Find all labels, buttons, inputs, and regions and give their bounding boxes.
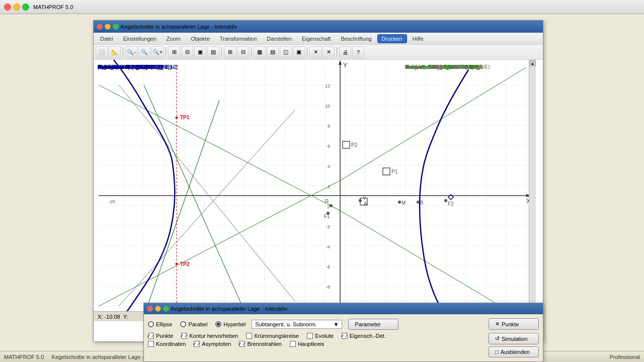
cb-evolute[interactable]: Evolute xyxy=(307,333,334,339)
graph-svg: X Y 12 10 8 6 4 2 0 -2 -4 -6 -8 -12 -20 xyxy=(94,60,536,321)
tool-coords[interactable]: 📐 xyxy=(109,46,121,58)
tool-b3[interactable]: ▣ xyxy=(194,46,206,58)
radio-parabel[interactable]: Parabel xyxy=(180,321,207,327)
svg-text:-8: -8 xyxy=(326,285,330,290)
tool-select[interactable]: ⬜ xyxy=(96,46,108,58)
cb-eigensch-label: Eigensch.-Det. xyxy=(350,333,386,339)
side-btn-panel: ↺ Simulation □ Ausblenden xyxy=(489,333,539,357)
app-title-bar: MATHPROF 5.0 xyxy=(0,0,644,14)
dropdown-label: Subtangent. u. Subnorm. xyxy=(255,321,316,327)
tool-b9[interactable]: ◫ xyxy=(280,46,292,58)
svg-text:F1: F1 xyxy=(324,214,330,219)
svg-text:12: 12 xyxy=(325,83,330,88)
svg-text:-20: -20 xyxy=(109,199,115,204)
tool-b6[interactable]: ⊟ xyxy=(237,46,249,58)
cb-koordinaten[interactable]: Koordinaten xyxy=(148,341,186,347)
cb-kontur[interactable]: ✓ Kontur hervorheben xyxy=(181,333,238,339)
tool-zoom-reset[interactable]: 🔍+ xyxy=(151,46,164,58)
min-btn[interactable] xyxy=(13,4,20,11)
menu-zoom[interactable]: Zoom xyxy=(162,34,185,43)
punkte-button[interactable]: ✕ Punkte xyxy=(489,318,539,330)
cb-asymptoten[interactable]: ✓ Asymptoten xyxy=(194,341,231,347)
cb-punkte-box: ✓ xyxy=(148,333,154,339)
canvas-area[interactable]: X Y 12 10 8 6 4 2 0 -2 -4 -6 -8 -12 -20 xyxy=(94,60,536,321)
cb-brennstrahlen[interactable]: ✓ Brennstrahlen xyxy=(239,341,282,347)
menu-eigenschaft[interactable]: Eigenschaft xyxy=(297,34,335,43)
radio-hyperbel-circle xyxy=(215,321,221,327)
coord-x-label: X: -10.08 xyxy=(98,314,120,320)
scroll-up-btn[interactable]: ▲ xyxy=(530,60,536,66)
tool-zoom-out[interactable]: 🔍- xyxy=(125,46,137,58)
svg-rect-0 xyxy=(94,60,536,321)
cb-koordinaten-label: Koordinaten xyxy=(156,341,186,347)
sep5 xyxy=(307,47,307,57)
bottom-dialog: Kegelschnitte in achsparalleler Lage - I… xyxy=(143,303,543,362)
main-window: Kegelschnitte in achsparalleler Lage - I… xyxy=(93,20,543,342)
main-min-btn[interactable] xyxy=(105,24,111,30)
cb-kruemmung-box xyxy=(246,333,252,339)
cb-kontur-label: Kontur hervorheben xyxy=(189,333,238,339)
close-btn[interactable] xyxy=(4,4,11,11)
scrollbar-right[interactable]: ▲ ▼ xyxy=(529,60,536,321)
cb-kruemmung[interactable]: Krümmungskreise xyxy=(246,333,299,339)
menu-hilfe[interactable]: Hilfe xyxy=(408,34,428,43)
cb-koordinaten-box xyxy=(148,341,154,347)
tool-b5[interactable]: ⊞ xyxy=(224,46,236,58)
menu-datei[interactable]: Datei xyxy=(96,34,118,43)
tool-close2[interactable]: ✕ xyxy=(323,46,335,58)
main-max-btn[interactable] xyxy=(113,24,119,30)
menu-drucken[interactable]: Drucken xyxy=(377,34,407,43)
tool-print[interactable]: 🖨 xyxy=(339,46,351,58)
svg-point-70 xyxy=(330,204,333,207)
tool-close1[interactable]: ✕ xyxy=(309,46,321,58)
tool-b1[interactable]: ⊞ xyxy=(168,46,180,58)
dialog-min-btn[interactable] xyxy=(155,306,161,312)
tool-b7[interactable]: ▦ xyxy=(254,46,266,58)
cb-eigensch-box: ✓ xyxy=(342,333,348,339)
tool-b2[interactable]: ⊟ xyxy=(181,46,193,58)
radio-ellipse-circle xyxy=(148,321,154,327)
cb-kontur-box: ✓ xyxy=(181,333,187,339)
tool-b10[interactable]: ▣ xyxy=(293,46,305,58)
menu-darstellen[interactable]: Darstellen xyxy=(262,34,296,43)
ausblenden-button[interactable]: □ Ausblenden xyxy=(489,346,539,357)
menu-transformation[interactable]: Transformation xyxy=(215,34,262,43)
coord-y-label: Y: xyxy=(123,314,128,320)
ausblenden-label: Ausblenden xyxy=(501,349,530,355)
svg-text:-6: -6 xyxy=(326,264,330,269)
tool-b8[interactable]: ▤ xyxy=(267,46,279,58)
cb-punkte[interactable]: ✓ Punkte xyxy=(148,333,173,339)
svg-text:10: 10 xyxy=(325,104,330,109)
status-right: Professional xyxy=(609,354,640,360)
tool-zoom-in[interactable]: 🔍 xyxy=(138,46,150,58)
checkbox-row-2: Koordinaten ✓ Asymptoten ✓ Brennstrahlen… xyxy=(148,341,482,347)
parameter-button[interactable]: Parameter xyxy=(348,319,398,330)
chevron-down-icon: ▼ xyxy=(333,321,339,327)
menu-einstellungen[interactable]: Einstellungen xyxy=(119,34,161,43)
menu-objekte[interactable]: Objekte xyxy=(186,34,214,43)
cb-hauptkreis[interactable]: Hauptkreis xyxy=(290,341,325,347)
menu-bar: Datei Einstellungen Zoom Objekte Transfo… xyxy=(94,33,543,45)
max-btn[interactable] xyxy=(22,4,29,11)
dialog-max-btn[interactable] xyxy=(163,306,169,312)
status-app: MATHPROF 5.0 xyxy=(4,354,44,360)
main-title-text: Kegelschnitte in achsparalleler Lage - I… xyxy=(121,24,237,30)
radio-ellipse-label: Ellipse xyxy=(156,321,172,327)
main-title-bar: Kegelschnitte in achsparalleler Lage - I… xyxy=(94,21,543,33)
simulation-label: Simulation xyxy=(502,336,527,342)
radio-hyperbel[interactable]: Hyperbel xyxy=(215,321,246,327)
mode-dropdown[interactable]: Subtangent. u. Subnorm. ▼ xyxy=(252,320,342,329)
cb-punkte-label: Punkte xyxy=(156,333,173,339)
dialog-close-btn[interactable] xyxy=(147,306,153,312)
main-close-btn[interactable] xyxy=(97,24,103,30)
checkbox-row-1: ✓ Punkte ✓ Kontur hervorheben Krümmungsk… xyxy=(148,333,482,339)
svg-text:TP1: TP1 xyxy=(180,115,190,120)
menu-beschriftung[interactable]: Beschriftung xyxy=(336,34,376,43)
simulation-button[interactable]: ↺ Simulation xyxy=(489,333,539,344)
cb-eigensch[interactable]: ✓ Eigensch.-Det. xyxy=(342,333,386,339)
tool-help[interactable]: ? xyxy=(352,46,364,58)
sep3 xyxy=(221,47,222,57)
radio-ellipse[interactable]: Ellipse xyxy=(148,321,172,327)
tool-b4[interactable]: ▤ xyxy=(207,46,219,58)
svg-text:Y: Y xyxy=(343,62,347,69)
